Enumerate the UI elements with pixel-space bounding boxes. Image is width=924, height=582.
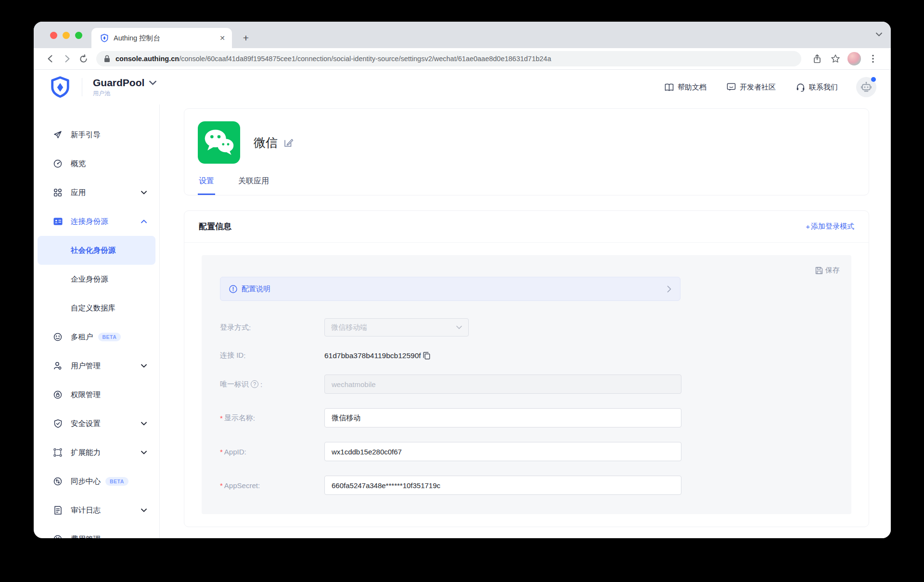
macos-traffic-lights [50, 32, 82, 39]
field-label: 连接 ID: [220, 351, 324, 360]
tab-settings[interactable]: 设置 [198, 176, 215, 195]
reload-icon[interactable] [75, 54, 91, 64]
wechat-logo-icon [198, 121, 240, 164]
save-floppy-icon [815, 267, 823, 274]
browser-profile-avatar[interactable] [847, 52, 861, 65]
chevron-down-icon [149, 80, 156, 85]
form-row-login-mode: 登录方式: 微信移动端 [220, 318, 840, 336]
sidebar-item-sync-center[interactable]: 同步中心 BETA [34, 467, 159, 496]
chevron-up-icon [141, 220, 147, 223]
sidebar-item-label: 应用 [71, 188, 86, 198]
field-label: *AppSecret: [220, 481, 324, 490]
url-text: console.authing.cn/console/60caaf41da89f… [116, 55, 551, 63]
chevron-down-icon [141, 191, 147, 194]
app-header: GuardPool 用户池 帮助文档 开发者社区 联系我们 [34, 70, 891, 104]
developer-community-label: 开发者社区 [740, 83, 776, 92]
connection-id-value: 61d7bba378b4119bcb12590f [324, 351, 421, 360]
new-tab-button[interactable]: + [240, 32, 252, 44]
paper-plane-icon [53, 130, 63, 139]
sidebar-item-multi-tenant[interactable]: 多租户 BETA [34, 323, 159, 351]
sidebar-item-getting-started[interactable]: 新手引导 [34, 120, 159, 149]
chevron-down-icon [141, 508, 147, 512]
sidebar-item-security-settings[interactable]: 安全设置 [34, 409, 159, 438]
apps-grid-icon [53, 188, 63, 197]
sidebar-item-label: 企业身份源 [71, 274, 108, 285]
chevron-down-icon [141, 364, 147, 368]
tab-close-icon[interactable]: ✕ [219, 34, 225, 42]
tab-title: Authing 控制台 [114, 34, 219, 43]
sidebar-item-custom-database[interactable]: 自定义数据库 [38, 294, 155, 323]
minimize-window-button[interactable] [63, 32, 70, 39]
sidebar-item-identity-sources[interactable]: 连接身份源 [34, 207, 159, 236]
chat-icon [727, 83, 736, 91]
required-marker: * [220, 448, 223, 456]
sidebar-item-social-identity-source[interactable]: 社会化身份源 [38, 236, 155, 265]
field-label: *显示名称: [220, 414, 324, 423]
tab-associated-apps[interactable]: 关联应用 [237, 176, 270, 195]
shield-check-icon [53, 419, 63, 428]
sidebar-nav: 新手引导 概览 应用 连接身份源 社会化身份源 企业身份源 [34, 104, 160, 538]
browser-tab[interactable]: Authing 控制台 ✕ [91, 28, 232, 48]
close-window-button[interactable] [50, 32, 57, 39]
form-row-appid: *AppID: [220, 442, 840, 461]
sidebar-item-enterprise-identity-source[interactable]: 企业身份源 [38, 265, 155, 294]
chevron-down-icon [141, 451, 147, 454]
sidebar-item-user-management[interactable]: 用户管理 [34, 351, 159, 380]
zoom-window-button[interactable] [75, 32, 82, 39]
sidebar-item-label: 新手引导 [71, 130, 101, 140]
tab-overview-chevron-icon[interactable] [876, 32, 882, 37]
dashboard-icon [53, 159, 63, 168]
robot-icon [860, 81, 872, 93]
sidebar-item-applications[interactable]: 应用 [34, 178, 159, 207]
config-card: 配置信息 +添加登录模式 保存 [184, 210, 869, 527]
billing-icon [53, 535, 63, 538]
login-mode-select[interactable]: 微信移动端 [324, 318, 469, 336]
sidebar-item-label: 扩展能力 [71, 448, 101, 458]
back-icon[interactable] [42, 54, 59, 64]
save-button[interactable]: 保存 [815, 266, 840, 275]
copy-icon[interactable] [423, 351, 431, 360]
login-mode-selected-value: 微信移动端 [331, 323, 367, 332]
appid-input[interactable] [324, 442, 681, 461]
id-card-icon [53, 218, 63, 225]
chevron-down-icon [141, 422, 147, 426]
forward-icon[interactable] [59, 54, 75, 64]
workspace-type-label: 用户池 [93, 90, 156, 98]
sidebar-item-permission-management[interactable]: 权限管理 [34, 380, 159, 409]
add-login-mode-button[interactable]: +添加登录模式 [806, 222, 854, 231]
appsecret-input[interactable] [324, 476, 681, 495]
sidebar-item-label: 审计日志 [71, 505, 101, 516]
bookmark-star-icon[interactable] [826, 54, 845, 64]
required-marker: * [220, 481, 223, 490]
sidebar-item-audit-log[interactable]: 审计日志 [34, 496, 159, 525]
address-bar[interactable]: console.authing.cn/console/60caaf41da89f… [96, 51, 801, 66]
form-row-connection-id: 连接 ID: 61d7bba378b4119bcb12590f [220, 351, 840, 360]
assistant-avatar[interactable] [856, 77, 876, 97]
share-icon[interactable] [808, 54, 826, 64]
field-label: 登录方式: [220, 323, 324, 332]
contact-us-label: 联系我们 [809, 83, 838, 92]
identity-header-card: 微信 设置 关联应用 [184, 108, 869, 195]
browser-tab-strip: Authing 控制台 ✕ + [34, 22, 891, 48]
config-panel: 保存 配置说明 [202, 255, 851, 514]
required-marker: * [220, 414, 223, 422]
display-name-input[interactable] [324, 408, 681, 427]
contact-us-link[interactable]: 联系我们 [796, 83, 838, 92]
help-docs-link[interactable]: 帮助文档 [665, 83, 706, 92]
unique-identifier-input[interactable] [324, 375, 681, 394]
chevron-right-icon [667, 285, 671, 293]
user-settings-icon [53, 362, 63, 370]
config-notice-banner[interactable]: 配置说明 [220, 277, 680, 301]
developer-community-link[interactable]: 开发者社区 [727, 83, 776, 92]
help-question-icon[interactable]: ? [251, 380, 258, 388]
workspace-switcher[interactable]: GuardPool 用户池 [93, 77, 156, 98]
authing-logo-shield-icon [49, 76, 71, 98]
sidebar-item-extension-capability[interactable]: 扩展能力 [34, 438, 159, 467]
info-circle-icon [229, 285, 237, 293]
sidebar-item-overview[interactable]: 概览 [34, 149, 159, 178]
edit-name-icon[interactable] [283, 138, 294, 148]
sidebar-item-label: 连接身份源 [71, 217, 108, 227]
browser-menu-kebab-icon[interactable] [864, 54, 882, 63]
form-row-unique-identifier: 唯一标识?: [220, 375, 840, 394]
sidebar-item-billing-management[interactable]: 费用管理 [34, 525, 159, 538]
